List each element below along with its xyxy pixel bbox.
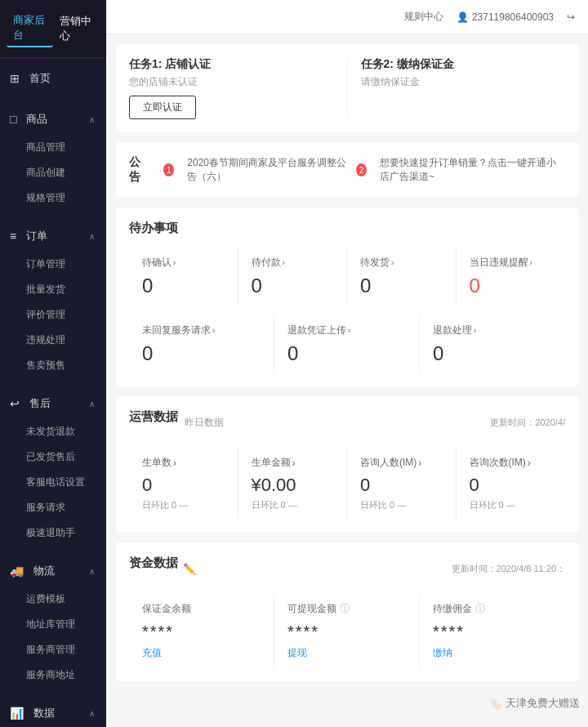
pending-value-refund-process: 0 <box>433 342 552 365</box>
ops-value-amount: ¥0.00 <box>252 475 334 496</box>
task2-title: 任务2: 缴纳保证金 <box>361 57 566 72</box>
data-icon: 📊 <box>10 707 24 720</box>
pending-label-refund-process[interactable]: 退款处理› <box>433 323 552 337</box>
pending-label-ship[interactable]: 待发货› <box>360 256 443 270</box>
sidebar: 商家后台 营销中心 ⊞ 首页 □ 商品 ∧ 商品管理 商品创建 规格管理 ≡ 订 <box>0 0 106 727</box>
finance-header: 资金数据 ✏️ 更新时间：2020/4/8 11:20： <box>129 555 565 582</box>
sidebar-item-logistics-provider[interactable]: 服务商管理 <box>0 637 106 662</box>
user-id: 237119806400903 <box>472 11 554 23</box>
pending-label-refund-voucher[interactable]: 退款凭证上传› <box>287 323 406 337</box>
notice-item-2[interactable]: 想要快速提升订单销量？点击一键开通小店广告渠道~ <box>380 156 565 184</box>
pending-value-violation: 0 <box>470 274 553 297</box>
sidebar-order-label: 订单 <box>26 229 47 243</box>
sidebar-item-logistics-address[interactable]: 地址库管理 <box>0 612 106 637</box>
sidebar-header: 商家后台 营销中心 <box>0 0 106 58</box>
pending-value-confirm: 0 <box>142 274 225 297</box>
finance-edit-icon[interactable]: ✏️ <box>183 563 196 575</box>
sidebar-section-aftersale: ↩ 售后 ∧ 未发货退款 已发货售后 客服电话设置 服务请求 极速退助手 <box>0 383 106 551</box>
sidebar-item-aftersale-shipped[interactable]: 已发货售后 <box>0 444 106 470</box>
task1-item: 任务1: 店铺认证 您的店铺未认证 立即认证 <box>129 57 334 119</box>
finance-title-group: 资金数据 ✏️ <box>129 555 196 582</box>
task1-btn[interactable]: 立即认证 <box>129 96 196 119</box>
ops-compare-consult-times: 日环比 0 — <box>470 499 553 511</box>
chevron-goods-icon: ∧ <box>89 115 95 124</box>
pending-title: 待办事项 <box>129 221 565 236</box>
sidebar-item-logistics-template[interactable]: 运费模板 <box>0 587 106 612</box>
ops-label-consult-people[interactable]: 咨询人数(IM)› <box>360 456 443 470</box>
pending-item-refund-voucher: 退款凭证上传› 0 <box>274 315 420 373</box>
sidebar-header-merchant[interactable]: 商家后台 <box>7 10 53 47</box>
sidebar-item-order-violation[interactable]: 违规处理 <box>0 328 106 353</box>
sidebar-item-goods-spec[interactable]: 规格管理 <box>0 185 106 211</box>
info-icon-withdraw: ⓘ <box>340 602 350 616</box>
sidebar-section-logistics: 🚚 物流 ∧ 运费模板 地址库管理 服务商管理 服务商地址 <box>0 551 106 693</box>
pending-label-confirm[interactable]: 待确认› <box>142 256 225 270</box>
ops-label-amount[interactable]: 生单金额› <box>252 456 334 470</box>
pending-item-violation: 当日违规提醒› 0 <box>457 248 566 306</box>
sidebar-item-aftersale-request[interactable]: 服务请求 <box>0 495 106 520</box>
ops-compare-amount: 日环比 0 — <box>252 499 334 511</box>
goods-icon: □ <box>10 113 16 126</box>
main-area: 规则中心 👤 237119806400903 ↪ 任务1: 店铺认证 您的店铺未… <box>106 0 588 727</box>
sidebar-item-aftersale-noship[interactable]: 未发货退款 <box>0 419 106 444</box>
finance-grid: 保证金余额 **** 充值 可提现金额 ⓘ **** 提现 待缴佣金 <box>129 594 565 668</box>
pending-item-ship: 待发货› 0 <box>347 248 457 306</box>
pending-card: 待办事项 待确认› 0 待付款› 0 待发货› <box>116 207 578 386</box>
sidebar-item-order-manage[interactable]: 订单管理 <box>0 252 106 277</box>
pending-item-payment: 待付款› 0 <box>238 248 348 306</box>
pending-label-payment[interactable]: 待付款› <box>252 256 334 270</box>
logout-button[interactable]: ↪ <box>567 11 575 23</box>
finance-link-commission[interactable]: 缴纳 <box>433 646 552 660</box>
aftersale-icon: ↩ <box>10 397 20 410</box>
finance-link-deposit[interactable]: 充值 <box>142 646 261 660</box>
notice-item-1[interactable]: 2020春节期间商家及平台服务调整公告（六） <box>187 156 346 184</box>
sidebar-item-home[interactable]: ⊞ 首页 <box>0 63 106 94</box>
sidebar-item-order[interactable]: ≡ 订单 ∧ <box>0 221 106 252</box>
sidebar-item-order-presale[interactable]: 售卖预售 <box>0 353 106 378</box>
sidebar-item-data[interactable]: 📊 数据 ∧ <box>0 698 106 727</box>
sidebar-section-home: ⊞ 首页 <box>0 58 106 99</box>
task2-desc: 请缴纳保证金 <box>361 75 566 89</box>
pending-label-service[interactable]: 未回复服务请求› <box>142 323 261 337</box>
sidebar-item-logistics-provaddr[interactable]: 服务商地址 <box>0 662 106 688</box>
ops-label-consult-times[interactable]: 咨询次数(IM)› <box>470 456 553 470</box>
finance-update: 更新时间：2020/4/8 11:20： <box>452 563 565 575</box>
chevron-logistics-icon: ∧ <box>89 567 95 576</box>
notice-bar: 公告 1 2020春节期间商家及平台服务调整公告（六） 2 想要快速提升订单销量… <box>129 155 565 185</box>
logistics-icon: 🚚 <box>10 564 24 578</box>
sidebar-data-label: 数据 <box>33 706 55 720</box>
task2-item: 任务2: 缴纳保证金 请缴纳保证金 <box>347 57 566 119</box>
finance-item-deposit: 保证金余额 **** 充值 <box>129 594 274 668</box>
ops-grid: 生单数› 0 日环比 0 — 生单金额› ¥0.00 日环比 0 — 咨询人数(… <box>129 448 565 520</box>
sidebar-item-goods-manage[interactable]: 商品管理 <box>0 135 106 160</box>
ops-item-orders: 生单数› 0 日环比 0 — <box>129 448 238 520</box>
home-icon: ⊞ <box>10 72 20 85</box>
pending-value-refund-voucher: 0 <box>287 342 406 365</box>
sidebar-item-logistics[interactable]: 🚚 物流 ∧ <box>0 555 106 587</box>
ops-item-amount: 生单金额› ¥0.00 日环比 0 — <box>238 448 348 520</box>
notice-num-2: 2 <box>356 163 367 176</box>
user-info: 👤 237119806400903 <box>457 11 554 23</box>
sidebar-item-aftersale-phone[interactable]: 客服电话设置 <box>0 470 106 495</box>
ops-item-consult-times: 咨询次数(IM)› 0 日环比 0 — <box>457 448 566 520</box>
pending-value-service: 0 <box>142 342 261 365</box>
sidebar-item-order-review[interactable]: 评价管理 <box>0 302 106 328</box>
operations-card: 运营数据 昨日数据 更新时间：2020/4/ 生单数› 0 日环比 0 — 生单… <box>116 396 578 533</box>
ops-compare-consult-people: 日环比 0 — <box>360 499 443 511</box>
sidebar-item-aftersale[interactable]: ↩ 售后 ∧ <box>0 388 106 419</box>
finance-item-withdrawable: 可提现金额 ⓘ **** 提现 <box>274 594 420 668</box>
info-icon-commission: ⓘ <box>475 602 485 616</box>
rule-center-link[interactable]: 规则中心 <box>404 10 443 24</box>
sidebar-header-marketing[interactable]: 营销中心 <box>53 11 100 47</box>
user-icon: 👤 <box>457 11 469 23</box>
sidebar-item-aftersale-fast[interactable]: 极速退助手 <box>0 520 106 546</box>
pending-label-violation[interactable]: 当日违规提醒› <box>470 256 553 270</box>
sidebar-item-goods[interactable]: □ 商品 ∧ <box>0 104 106 135</box>
ops-item-consult-people: 咨询人数(IM)› 0 日环比 0 — <box>347 448 457 520</box>
sidebar-item-order-batch[interactable]: 批量发货 <box>0 277 106 302</box>
ops-label-orders[interactable]: 生单数› <box>142 456 225 470</box>
sidebar-item-goods-create[interactable]: 商品创建 <box>0 160 106 185</box>
finance-label-commission: 待缴佣金 ⓘ <box>433 602 552 616</box>
task-card: 任务1: 店铺认证 您的店铺未认证 立即认证 任务2: 缴纳保证金 请缴纳保证金 <box>116 44 578 132</box>
finance-link-withdrawable[interactable]: 提现 <box>287 646 406 660</box>
